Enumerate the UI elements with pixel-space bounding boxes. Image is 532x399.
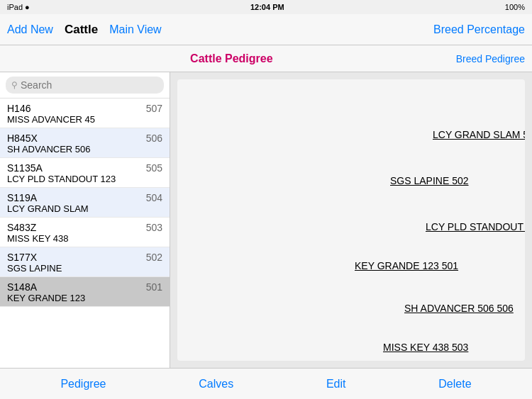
list-item[interactable]: S119A 504 LCY GRAND SLAM bbox=[0, 188, 170, 218]
status-left: iPad ● bbox=[7, 3, 30, 11]
list-item-id: H146 bbox=[7, 103, 31, 114]
pedigree-node[interactable]: SGS LAPINE 502 bbox=[390, 175, 469, 186]
search-input[interactable] bbox=[21, 79, 158, 91]
nav-left: Add New Cattle Main View bbox=[7, 23, 162, 37]
cattle-list: H146 507 MISS ADVANCER 45 H845X 506 SH A… bbox=[0, 99, 170, 368]
list-item-name: LCY GRAND SLAM bbox=[7, 203, 162, 214]
status-time: 12:04 PM bbox=[250, 3, 284, 11]
main-view-button[interactable]: Main View bbox=[109, 23, 162, 36]
status-right: 100% bbox=[505, 3, 525, 11]
cattle-pedigree-title: Cattle Pedigree bbox=[190, 52, 272, 65]
pedigree-node[interactable]: LCY PLD STANDOUT 123 505 bbox=[426, 221, 525, 232]
list-item-id: S148A bbox=[7, 281, 37, 293]
calves-button[interactable]: Calves bbox=[199, 378, 233, 390]
battery-text: 100% bbox=[505, 3, 525, 11]
add-new-button[interactable]: Add New bbox=[7, 23, 53, 36]
list-item[interactable]: S1135A 505 LCY PLD STANDOUT 123 bbox=[0, 158, 170, 188]
breed-pedigree-button[interactable]: Breed Pedigree bbox=[456, 53, 525, 64]
bottom-bar: Pedigree Calves Edit Delete bbox=[0, 368, 532, 399]
list-item-name: SH ADVANCER 506 bbox=[7, 144, 162, 154]
sidebar: ⚲ H146 507 MISS ADVANCER 45 H845X 506 SH… bbox=[0, 72, 170, 368]
list-item[interactable]: S483Z 503 MISS KEY 438 bbox=[0, 218, 170, 247]
list-item-num: 507 bbox=[146, 103, 162, 114]
list-item-name: MISS ADVANCER 45 bbox=[7, 114, 162, 125]
list-item-num: 504 bbox=[146, 192, 162, 203]
pedigree-node[interactable]: KEY GRANDE 123 501 bbox=[355, 260, 458, 271]
list-item-name: KEY GRANDE 123 bbox=[7, 293, 162, 303]
pedigree-node[interactable]: LCY GRAND SLAM 504 bbox=[433, 129, 525, 140]
list-item[interactable]: S148A 501 KEY GRANDE 123 bbox=[0, 277, 170, 307]
search-bar: ⚲ bbox=[0, 72, 170, 99]
list-item-num: 501 bbox=[146, 281, 162, 293]
nav-right: Breed Percentage bbox=[433, 23, 525, 36]
list-item-num: 502 bbox=[146, 252, 162, 263]
list-item[interactable]: H845X 506 SH ADVANCER 506 bbox=[0, 128, 170, 158]
list-item-name: SGS LAPINE bbox=[7, 263, 162, 274]
list-item-name: MISS KEY 438 bbox=[7, 233, 162, 244]
list-item-id: S1135A bbox=[7, 162, 43, 174]
nav-bar: Add New Cattle Main View Breed Percentag… bbox=[0, 14, 532, 45]
list-item[interactable]: S177X 502 SGS LAPINE bbox=[0, 247, 170, 277]
delete-button[interactable]: Delete bbox=[438, 378, 471, 390]
edit-button[interactable]: Edit bbox=[326, 378, 346, 390]
pedigree-node[interactable]: SH ADVANCER 506 506 bbox=[404, 303, 514, 314]
list-item-id: H845X bbox=[7, 133, 38, 144]
secondary-nav: Cattle Pedigree Breed Pedigree bbox=[0, 45, 532, 72]
search-icon: ⚲ bbox=[11, 80, 18, 90]
list-item-id: S119A bbox=[7, 192, 37, 203]
list-item-id: S177X bbox=[7, 252, 37, 263]
list-item-name: LCY PLD STANDOUT 123 bbox=[7, 174, 162, 184]
pedigree-button[interactable]: Pedigree bbox=[60, 378, 106, 390]
list-item-id: S483Z bbox=[7, 222, 36, 233]
pedigree-panel: LCY GRAND SLAM 504SGS LAPINE 502LCY PLD … bbox=[177, 79, 525, 361]
breed-percentage-button[interactable]: Breed Percentage bbox=[433, 23, 525, 36]
status-ipad: iPad ● bbox=[7, 3, 30, 11]
list-item-num: 505 bbox=[146, 162, 162, 174]
list-item[interactable]: H146 507 MISS ADVANCER 45 bbox=[0, 99, 170, 128]
pedigree-node[interactable]: MISS KEY 438 503 bbox=[383, 342, 468, 353]
nav-title: Cattle bbox=[65, 23, 98, 37]
status-bar: iPad ● 12:04 PM 100% bbox=[0, 0, 532, 14]
main-layout: ⚲ H146 507 MISS ADVANCER 45 H845X 506 SH… bbox=[0, 72, 532, 368]
list-item-num: 506 bbox=[146, 133, 162, 144]
content-area: LCY GRAND SLAM 504SGS LAPINE 502LCY PLD … bbox=[170, 72, 532, 368]
search-input-wrap[interactable]: ⚲ bbox=[6, 77, 164, 94]
list-item-num: 503 bbox=[146, 222, 162, 233]
